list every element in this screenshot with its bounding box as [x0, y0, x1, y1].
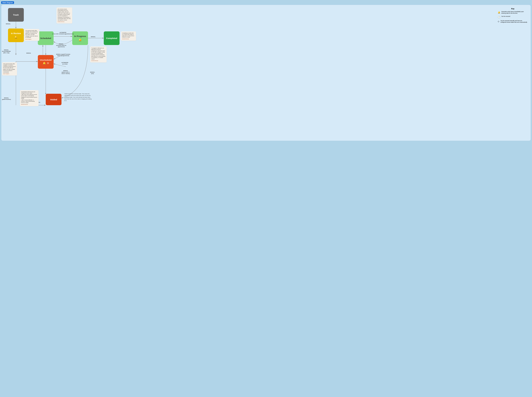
note-inprogress-items: "In progress" referrals for an appointme…	[90, 46, 107, 62]
bell-icon-unscheduled: 🔔	[43, 62, 46, 65]
diagram-title: State Diagram	[1, 1, 14, 4]
arrow-label-manual-cancel: MANUAL(patient calls tocancel / decline)	[62, 70, 70, 74]
key-item-clock: 🕐 Can be snoozed	[498, 16, 528, 19]
note-in-review-unscheduled: If the general dentist office manager is…	[2, 62, 17, 75]
bell-icon: 🔔	[14, 35, 18, 38]
key-diamond-icon: ◇	[498, 20, 499, 23]
diagram-canvas: Trash In Review 🔔 Scheduled In Progress …	[1, 5, 531, 141]
key-bell-icon: 🔔	[498, 11, 500, 14]
state-unscheduled: Unscheduled 🔔 ◇	[38, 55, 54, 69]
arrows-overlay	[1, 5, 531, 141]
note-top-inprogress: Let's remove snooze functionality from t…	[56, 7, 72, 24]
arrow-label-automated-sched-ip: AUTOMATED(1 hour after scheduled appoint…	[52, 32, 74, 35]
bell-icon-inprogress: 🔔	[79, 38, 82, 41]
key-clock-icon: 🕐	[498, 16, 500, 19]
state-voided: Voided	[46, 94, 62, 105]
title-bar: State Diagram	[1, 1, 531, 5]
state-scheduled: Scheduled	[38, 31, 54, 45]
arrow-label-manual-unsched-sched: MANUAL	[26, 52, 31, 54]
note-completed: Completing an action item on a referral …	[121, 31, 136, 41]
key-item-bell: 🔔 Generates action items immediately upo…	[498, 11, 528, 14]
diamond-clock-icon: ◇	[47, 62, 49, 65]
arrow-label-auto-noshow: AUTOMATED(no show)	[62, 62, 68, 65]
state-trash: Trash	[8, 8, 24, 22]
voided-note: Voided should be a terminal state. This …	[64, 93, 93, 102]
arrow-label-manual-declines: MANUAL(patient declines)	[2, 97, 11, 100]
state-in-progress: In Progress 🔔	[72, 31, 88, 45]
arrow-label-manual-or-auto: MANUALOR AUTOMATED(after 1 day)	[2, 49, 11, 53]
arrow-label-manual-followup: MANUAL(schedule follow upappointment)	[56, 43, 66, 47]
note-in-review-scheduled: If the general dentist office manager do…	[24, 29, 39, 41]
key-item-diamond: ◇ Can be snoozed manually and have pre-c…	[498, 20, 528, 23]
arrow-label-manual-rare: MANUAL(rare)	[90, 72, 95, 74]
key-box: Key 🔔 Generates action items immediately…	[498, 8, 528, 25]
arrow-label-manual-trash: MANUAL	[6, 23, 11, 25]
arrow-label-manual-need-sched: MANUAL (need to schedulefollow up appoin…	[56, 54, 70, 56]
arrow-label-manual-ip-comp: MANUAL	[91, 36, 96, 37]
state-in-review: In Review 🔔	[8, 29, 24, 42]
state-completed: Completed	[104, 31, 119, 45]
note-unscheduled-snooze: Unscheduled referrals have pre-configure…	[20, 90, 38, 106]
key-title: Key	[498, 8, 528, 10]
